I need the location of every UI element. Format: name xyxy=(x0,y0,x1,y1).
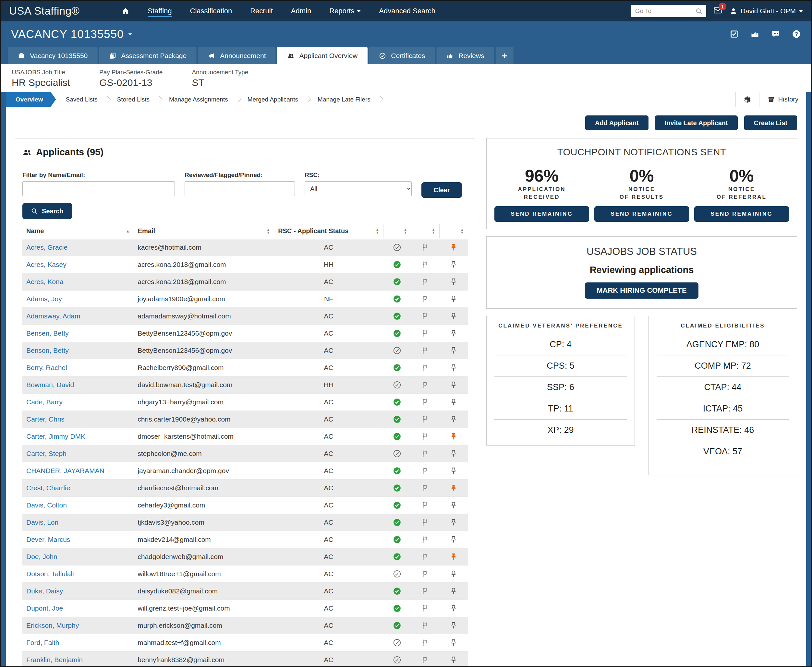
send-remaining-button[interactable]: SEND REMAINING xyxy=(694,206,789,222)
applicant-name-link[interactable]: Bensen, Betty xyxy=(26,329,69,337)
send-remaining-button[interactable]: SEND REMAINING xyxy=(495,206,589,222)
subnav-item[interactable]: Merged Applicants xyxy=(238,92,308,107)
pin-icon[interactable] xyxy=(449,483,458,491)
applicant-name-link[interactable]: Carter, Jimmy DMK xyxy=(26,433,85,440)
reviewed-check-icon[interactable] xyxy=(393,415,401,422)
flag-icon[interactable] xyxy=(421,639,430,647)
applicant-name-link[interactable]: Benson, Betty xyxy=(26,347,69,354)
flag-icon[interactable] xyxy=(421,450,430,458)
pin-icon[interactable] xyxy=(449,569,458,577)
reviewed-check-icon[interactable] xyxy=(393,380,401,388)
flag-icon[interactable] xyxy=(421,432,430,441)
pin-icon[interactable] xyxy=(449,329,458,336)
applicant-name-link[interactable]: Carter, Steph xyxy=(26,450,66,457)
nav-staffing[interactable]: Staffing xyxy=(148,5,172,17)
column-header-status[interactable]: RSC - Applicant Status▲▼ xyxy=(274,224,383,239)
applicant-name-link[interactable]: Erickson, Murphy xyxy=(26,622,79,629)
tab-certificates[interactable]: Certificates xyxy=(369,47,435,64)
applicant-name-link[interactable]: Cade, Barry xyxy=(26,398,63,406)
flag-icon[interactable] xyxy=(421,518,430,527)
reviewed-check-icon[interactable] xyxy=(393,466,401,474)
mark-hiring-complete-button[interactable]: MARK HIRING COMPLETE xyxy=(585,282,698,299)
flag-icon[interactable] xyxy=(421,363,430,372)
column-header-name[interactable]: Name▲ xyxy=(22,224,134,239)
column-header-email[interactable]: Email▲▼ xyxy=(134,224,274,239)
reviewed-check-icon[interactable] xyxy=(393,535,401,543)
applicant-name-link[interactable]: Davis, Colton xyxy=(26,501,67,509)
filter-name-input[interactable] xyxy=(22,181,175,196)
applicant-name-link[interactable]: Davis, Lori xyxy=(26,518,58,526)
nav-advanced-search[interactable]: Advanced Search xyxy=(379,5,435,17)
pin-icon[interactable] xyxy=(449,294,458,302)
pin-icon[interactable] xyxy=(449,655,458,663)
flag-icon[interactable] xyxy=(421,484,430,492)
reviewed-check-icon[interactable] xyxy=(393,655,401,663)
applicant-name-link[interactable]: Crest, Charrlie xyxy=(26,484,70,491)
user-menu[interactable]: David Glatt - OPM xyxy=(730,7,803,15)
pin-icon[interactable] xyxy=(449,604,458,611)
flag-icon[interactable] xyxy=(421,260,430,269)
applicant-name-link[interactable]: Dotson, Tallulah xyxy=(26,570,75,577)
tab-applicant-overview[interactable]: Applicant Overview xyxy=(277,47,367,64)
tab-reviews[interactable]: Reviews xyxy=(436,47,494,64)
applicant-name-link[interactable]: Adamsway, Adam xyxy=(26,312,80,320)
notifications[interactable]: 1 xyxy=(713,6,722,16)
history-button[interactable]: History xyxy=(759,92,806,107)
help-icon[interactable] xyxy=(792,30,801,38)
reviewed-check-icon[interactable] xyxy=(393,346,401,353)
pin-icon[interactable] xyxy=(449,346,458,353)
applicant-name-link[interactable]: Berry, Rachel xyxy=(26,364,67,371)
pin-icon[interactable] xyxy=(449,518,458,525)
reviewed-check-icon[interactable] xyxy=(393,501,401,508)
flag-icon[interactable] xyxy=(421,553,430,561)
invite-late-applicant-button[interactable]: Invite Late Applicant xyxy=(655,115,738,130)
flag-icon[interactable] xyxy=(421,398,430,406)
applicant-name-link[interactable]: Dupont, Joe xyxy=(26,604,63,612)
rsc-select[interactable]: All xyxy=(305,181,412,196)
pin-icon[interactable] xyxy=(449,587,458,594)
subnav-item[interactable]: Saved Lists xyxy=(56,92,107,107)
pin-icon[interactable] xyxy=(449,449,458,456)
applicant-name-link[interactable]: Franklin, Benjamin xyxy=(26,656,83,664)
reviewed-check-icon[interactable] xyxy=(393,363,401,371)
column-header-pin[interactable]: ▲▼ xyxy=(439,224,468,239)
applicant-name-link[interactable]: Acres, Kasey xyxy=(26,261,66,268)
nav-recruit[interactable]: Recruit xyxy=(250,5,273,17)
flag-icon[interactable] xyxy=(421,295,430,303)
column-header-flag[interactable]: ▲▼ xyxy=(411,224,439,239)
home-icon[interactable] xyxy=(122,5,130,17)
applicant-name-link[interactable]: Carter, Chris xyxy=(26,415,65,423)
reviewed-check-icon[interactable] xyxy=(393,604,401,611)
flag-icon[interactable] xyxy=(421,381,430,389)
flag-icon[interactable] xyxy=(421,621,430,630)
subnav-item[interactable]: Manage Assignments xyxy=(159,92,238,107)
send-remaining-button[interactable]: SEND REMAINING xyxy=(594,206,689,222)
tab-assessment-package[interactable]: Assessment Package xyxy=(99,47,197,64)
reports-chart-icon[interactable] xyxy=(751,30,759,38)
applicant-name-link[interactable]: Dever, Marcus xyxy=(26,536,70,543)
reviewed-check-icon[interactable] xyxy=(393,294,401,302)
pin-icon[interactable] xyxy=(449,380,458,388)
reviewed-check-icon[interactable] xyxy=(393,243,401,251)
flag-icon[interactable] xyxy=(421,466,430,475)
pin-icon[interactable] xyxy=(449,415,458,422)
pin-icon[interactable] xyxy=(449,535,458,543)
reviewed-check-icon[interactable] xyxy=(393,432,401,440)
pin-icon[interactable] xyxy=(449,260,458,267)
flag-icon[interactable] xyxy=(421,587,430,595)
applicant-name-link[interactable]: Ford, Faith xyxy=(26,639,59,646)
subnav-item[interactable]: Overview xyxy=(6,92,56,107)
pin-icon[interactable] xyxy=(449,312,458,319)
reviewed-check-icon[interactable] xyxy=(393,638,401,645)
reviewed-check-icon[interactable] xyxy=(393,398,401,405)
column-header-reviewed[interactable]: ▲▼ xyxy=(383,224,411,239)
flag-icon[interactable] xyxy=(421,501,430,509)
pin-icon[interactable] xyxy=(449,398,458,405)
applicant-name-link[interactable]: Duke, Daisy xyxy=(26,587,63,595)
pin-icon[interactable] xyxy=(449,501,458,508)
pin-icon[interactable] xyxy=(449,277,458,285)
applicant-name-link[interactable]: Bowman, David xyxy=(26,381,74,388)
flag-icon[interactable] xyxy=(421,277,430,286)
tasks-icon[interactable] xyxy=(730,30,739,38)
pin-icon[interactable] xyxy=(449,621,458,629)
